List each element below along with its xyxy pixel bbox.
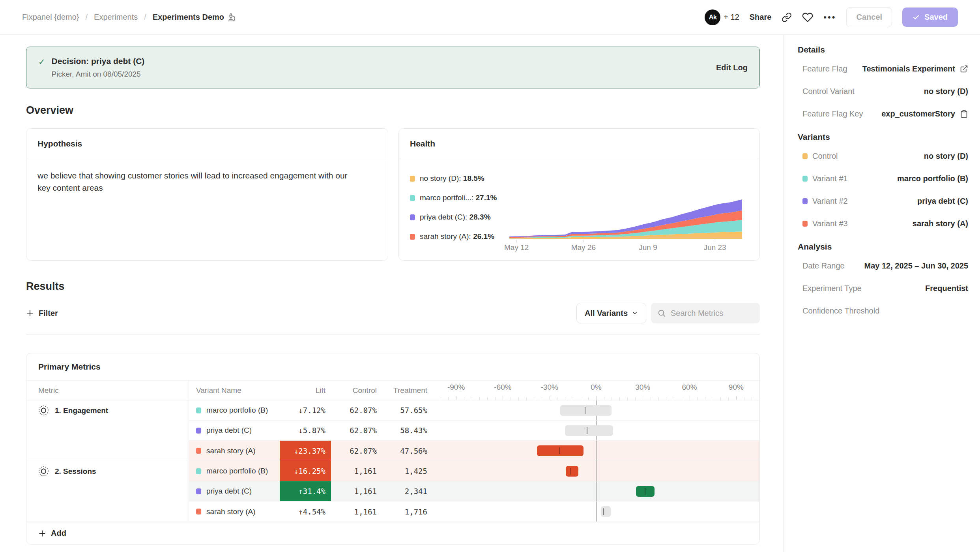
- favorite-icon[interactable]: [802, 12, 813, 23]
- treatment-cell: 2,341: [382, 481, 433, 501]
- breadcrumb-experiments[interactable]: Experiments: [94, 13, 138, 22]
- x-tick-label: Jun 23: [704, 243, 726, 252]
- health-title: Health: [410, 139, 748, 148]
- more-options-button[interactable]: •••: [823, 12, 836, 23]
- variant-cell: sarah story (A): [189, 441, 280, 461]
- clipboard-icon[interactable]: [960, 110, 968, 118]
- analysis-heading: Analysis: [798, 242, 968, 252]
- sidebar-row-value: sarah story (A): [913, 219, 968, 228]
- sidebar-label-text: Variant #3: [812, 219, 848, 228]
- saved-button[interactable]: Saved: [902, 8, 958, 27]
- x-tick: [715, 240, 715, 242]
- metric-name: 1. Engagement: [55, 405, 108, 415]
- column-header-metric: Metric: [26, 381, 189, 400]
- primary-metrics-card: Primary Metrics Metric Variant Name Lift…: [26, 353, 760, 544]
- metric-cell[interactable]: 2. Sessions: [26, 461, 189, 522]
- axis-tick: [464, 397, 464, 400]
- variant-swatch: [196, 407, 201, 413]
- table-row[interactable]: priya debt (C)↓5.87%62.07%58.43%: [189, 421, 759, 441]
- axis-tick: [573, 397, 573, 400]
- variant-name: sarah story (A): [206, 507, 256, 516]
- sidebar-label-text: Feature Flag: [802, 64, 847, 73]
- axis-tick: [651, 397, 651, 400]
- metric-cell[interactable]: 1. Engagement: [26, 400, 189, 461]
- search-metrics-box[interactable]: [651, 303, 760, 323]
- treatment-cell: 58.43%: [382, 421, 433, 440]
- ci-cell: [433, 501, 759, 522]
- variant-swatch: [802, 221, 808, 227]
- confidence-interval-bar: [537, 445, 584, 456]
- variant-cell: priya debt (C): [189, 481, 280, 501]
- sidebar-value-text: marco portfolio (B): [897, 174, 968, 183]
- results-heading: Results: [26, 280, 760, 293]
- table-row[interactable]: sarah story (A)↑4.54%1,1611,716: [189, 501, 759, 522]
- lift-cell: ↑4.54%: [280, 501, 331, 522]
- metric-icon: [38, 466, 49, 477]
- breadcrumb: Fixpanel {demo} / Experiments / Experime…: [22, 13, 236, 22]
- metric-group: 2. Sessionsmarco portfolio (B)↓16.25%1,1…: [26, 461, 759, 522]
- sidebar-row-label: Control: [802, 152, 838, 161]
- collaborators[interactable]: Ak + 12: [705, 9, 739, 25]
- breadcrumb-project[interactable]: Fixpanel {demo}: [22, 13, 79, 22]
- variants-dropdown[interactable]: All Variants: [576, 303, 646, 323]
- legend-label: priya debt (C): 28.3%: [420, 213, 491, 222]
- axis-tick: [627, 397, 628, 400]
- edit-log-button[interactable]: Edit Log: [716, 63, 748, 72]
- axis-tick: [697, 397, 698, 400]
- sidebar-row: Experiment TypeFrequentist: [802, 277, 968, 300]
- control-cell: 62.07%: [331, 400, 382, 420]
- table-row[interactable]: priya debt (C)↑31.4%1,1612,341: [189, 481, 759, 501]
- axis-tick: [581, 397, 581, 400]
- overview-heading: Overview: [26, 104, 760, 116]
- metric-name: 2. Sessions: [55, 466, 96, 476]
- x-tick: [516, 240, 517, 242]
- analysis-rows: Date RangeMay 12, 2025 – Jun 30, 2025Exp…: [802, 255, 968, 322]
- share-button[interactable]: Share: [750, 13, 772, 22]
- decision-banner: ✓ Decision: priya debt (C) Picker, Amit …: [26, 47, 760, 88]
- sidebar-value-text: exp_customerStory: [881, 109, 955, 118]
- axis-tick: [542, 397, 542, 400]
- control-cell: 62.07%: [331, 441, 382, 461]
- sidebar-row-label: Feature Flag: [802, 64, 847, 73]
- variant-swatch: [802, 198, 808, 204]
- axis-label: -60%: [494, 383, 511, 392]
- table-row[interactable]: marco portfolio (B)↓7.12%62.07%57.65%: [189, 400, 759, 421]
- axis-label: 0%: [591, 383, 601, 392]
- axis-tick: [565, 397, 565, 400]
- ci-cell: [433, 421, 759, 440]
- treatment-value: 1,716: [405, 507, 427, 516]
- copy-link-icon[interactable]: [782, 12, 792, 23]
- table-row[interactable]: sarah story (A)↓23.37%62.07%47.56%: [189, 441, 759, 461]
- cancel-button[interactable]: Cancel: [846, 7, 892, 27]
- add-filter-button[interactable]: Filter: [26, 309, 58, 318]
- confidence-interval-bar: [566, 466, 578, 477]
- variant-cell: sarah story (A): [189, 501, 280, 522]
- avatar[interactable]: Ak: [705, 9, 720, 25]
- axis-tick: [612, 397, 612, 400]
- sidebar-row-label: Experiment Type: [802, 284, 862, 293]
- sidebar-label-text: Confidence Threshold: [802, 306, 879, 315]
- search-metrics-input[interactable]: [671, 309, 750, 318]
- x-tick-label: May 26: [571, 243, 596, 252]
- health-legend: no story (D): 18.5%marco portfoli...: 27…: [410, 171, 509, 252]
- sidebar-value-text: Testimonials Experiment: [862, 64, 955, 73]
- variant-swatch: [802, 176, 808, 182]
- sidebar-row-label: Variant #3: [802, 219, 848, 228]
- x-tick-label: Jun 9: [639, 243, 657, 252]
- sidebar-value-text: priya debt (C): [917, 197, 968, 206]
- sidebar-row-label: Variant #2: [802, 197, 848, 206]
- add-metric-button[interactable]: Add: [26, 522, 759, 544]
- table-row[interactable]: marco portfolio (B)↓16.25%1,1611,425: [189, 461, 759, 481]
- sidebar-label-text: Control: [812, 152, 838, 161]
- sidebar-row-value: Testimonials Experiment: [862, 64, 968, 73]
- column-header-control: Control: [331, 381, 382, 400]
- external-link-icon[interactable]: [960, 65, 968, 73]
- confidence-interval-bar: [565, 425, 613, 436]
- breadcrumb-separator: /: [86, 13, 88, 22]
- plus-icon: [26, 309, 34, 317]
- legend-swatch: [410, 195, 415, 201]
- legend-item: marco portfoli...: 27.1%: [410, 193, 509, 202]
- details-rows: Feature FlagTestimonials ExperimentContr…: [802, 58, 968, 125]
- axis-tick: [557, 397, 557, 400]
- legend-label: marco portfoli...: 27.1%: [420, 193, 497, 202]
